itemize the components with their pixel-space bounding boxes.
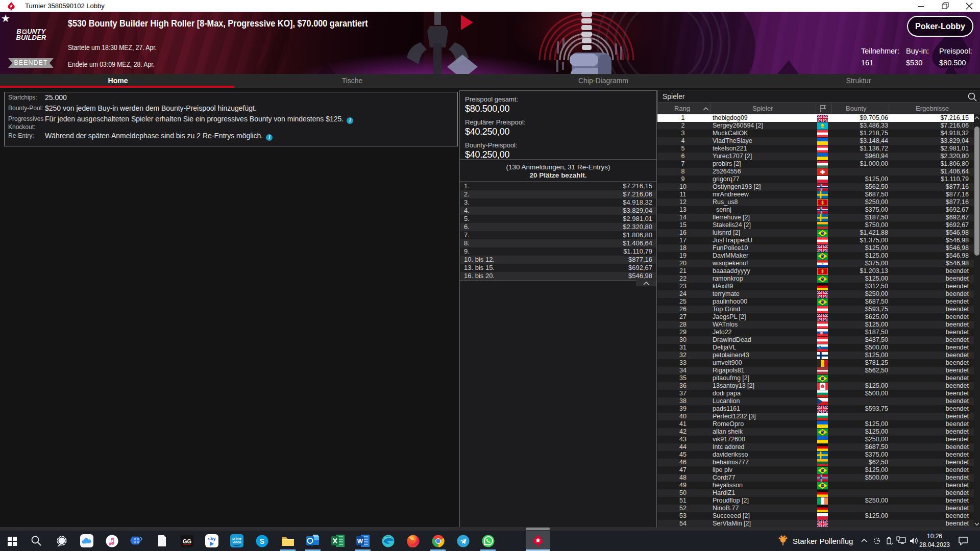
svg-text:sky: sky — [208, 536, 215, 541]
svg-text:GG: GG — [183, 538, 191, 544]
svg-text:W: W — [357, 538, 363, 545]
svg-text:S: S — [260, 537, 264, 545]
svg-text:video: video — [233, 540, 241, 544]
